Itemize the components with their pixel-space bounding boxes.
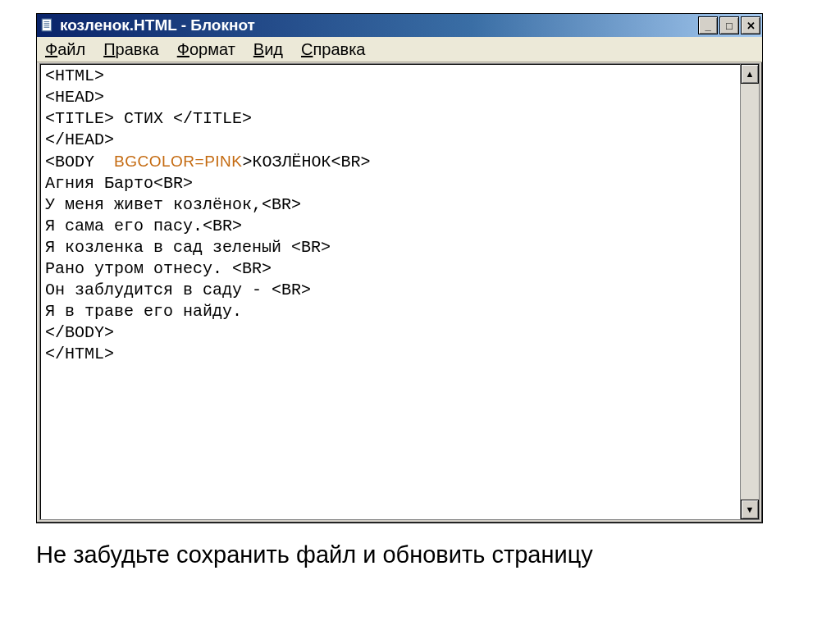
chevron-down-icon: ▼ (746, 504, 755, 514)
menu-edit[interactable]: Правка (103, 40, 159, 59)
vertical-scrollbar[interactable]: ▲ ▼ (740, 64, 759, 519)
text-area-container: <HTML> <HEAD> <TITLE> СТИХ </TITLE> </HE… (39, 63, 760, 520)
close-button[interactable]: ✕ (741, 16, 760, 34)
title-bar[interactable]: козленок.HTML - Блокнот _ □ ✕ (37, 14, 762, 37)
scrollbar-track[interactable] (741, 84, 759, 500)
text-area[interactable]: <HTML> <HEAD> <TITLE> СТИХ </TITLE> </HE… (40, 64, 740, 519)
menu-bar: Файл Правка Формат Вид Справка (37, 37, 762, 62)
maximize-button[interactable]: □ (719, 16, 739, 34)
slide-caption: Не забудьте сохранить файл и обновить ст… (36, 541, 593, 568)
app-icon (40, 18, 55, 33)
menu-format[interactable]: Формат (177, 40, 235, 59)
notepad-window: козленок.HTML - Блокнот _ □ ✕ Файл Правк… (36, 13, 763, 523)
window-title: козленок.HTML - Блокнот (60, 16, 696, 34)
menu-file[interactable]: Файл (45, 40, 85, 59)
scroll-up-button[interactable]: ▲ (741, 64, 759, 84)
menu-help[interactable]: Справка (301, 40, 365, 59)
minimize-button[interactable]: _ (698, 16, 718, 34)
menu-view[interactable]: Вид (253, 40, 283, 59)
scroll-down-button[interactable]: ▼ (741, 500, 759, 519)
chevron-up-icon: ▲ (746, 69, 755, 79)
